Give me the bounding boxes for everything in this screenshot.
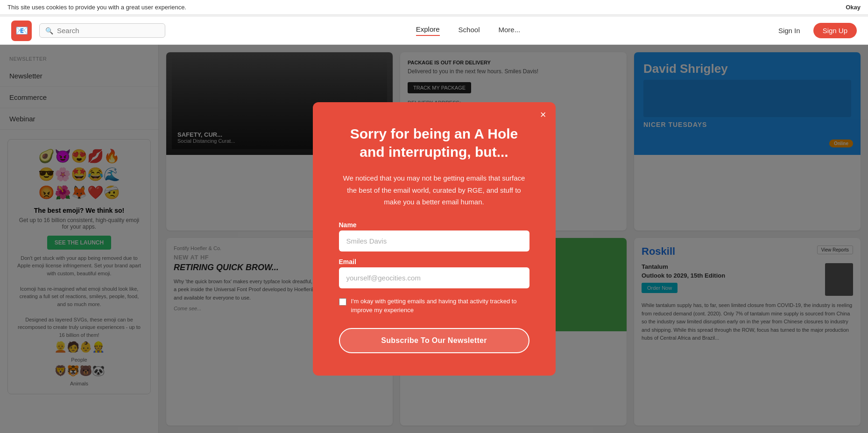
- modal-desc: We noticed that you may not be getting e…: [339, 172, 529, 208]
- header: 📧 🔍 Explore School More... Sign In Sign …: [0, 17, 868, 45]
- nav-item-school[interactable]: School: [459, 26, 480, 35]
- newsletter-modal: × Sorry for being an A Hole and interrup…: [313, 102, 556, 376]
- modal-name-field: Name: [339, 221, 529, 251]
- modal-email-label: Email: [339, 258, 529, 265]
- search-bar: 🔍: [39, 23, 165, 38]
- modal-email-input[interactable]: [339, 267, 529, 288]
- modal-email-field: Email: [339, 258, 529, 288]
- main-nav: Explore School More...: [165, 25, 771, 36]
- modal-consent-checkbox[interactable]: [339, 298, 346, 306]
- sign-in-button[interactable]: Sign In: [771, 23, 808, 38]
- search-input[interactable]: [57, 27, 159, 35]
- cookie-banner: This site uses cookies to provide you wi…: [0, 0, 868, 15]
- modal-name-label: Name: [339, 221, 529, 229]
- cookie-ok-button[interactable]: Okay: [846, 4, 861, 11]
- search-icon: 🔍: [45, 27, 53, 35]
- modal-submit-button[interactable]: Subscribe To Our Newsletter: [339, 328, 529, 353]
- modal-close-button[interactable]: ×: [540, 110, 546, 120]
- modal-consent-label: I'm okay with getting emails and having …: [351, 297, 529, 315]
- sign-up-button[interactable]: Sign Up: [813, 23, 857, 38]
- nav-item-more[interactable]: More...: [498, 26, 520, 35]
- cookie-text: This site uses cookies to provide you wi…: [7, 4, 186, 11]
- modal-checkbox-container: I'm okay with getting emails and having …: [339, 297, 529, 315]
- modal-name-input[interactable]: [339, 230, 529, 251]
- logo-icon: 📧: [15, 25, 28, 37]
- modal-overlay[interactable]: × Sorry for being an A Hole and interrup…: [0, 45, 868, 433]
- modal-title: Sorry for being an A Hole and interrupti…: [339, 125, 529, 161]
- nav-right: Sign In Sign Up: [771, 23, 857, 38]
- nav-item-explore[interactable]: Explore: [416, 25, 440, 36]
- logo[interactable]: 📧: [11, 21, 32, 41]
